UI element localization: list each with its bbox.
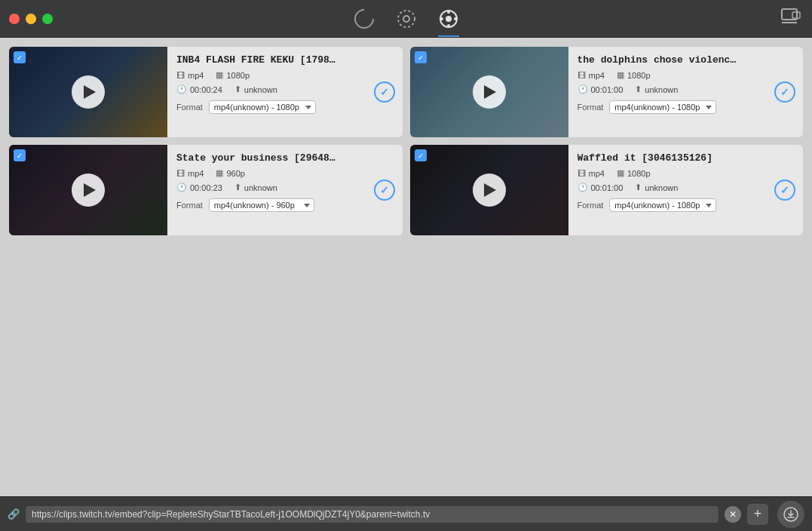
meta-format: 🎞 mp4	[176, 71, 204, 80]
meta-format: 🎞 mp4	[578, 169, 605, 178]
meta-row-time: 🕐 00:01:00 ⬆ unknown	[578, 84, 795, 94]
content-area: ✓ INB4 FLASH FIRE KEKU [1798… 🎞 mp4 ▦ 10…	[0, 38, 812, 496]
film-icon: 🎞	[578, 71, 586, 80]
svg-point-7	[454, 17, 457, 20]
play-button[interactable]	[72, 173, 105, 207]
meta-resolution: ▦ 1080p	[617, 70, 651, 80]
video-checkbox[interactable]: ✓	[415, 51, 427, 63]
minimize-button[interactable]	[26, 14, 36, 24]
video-card: ✓ Waffled it [3046135126] 🎞 mp4 ▦ 1080p …	[410, 145, 804, 235]
add-url-button[interactable]: +	[747, 504, 768, 525]
clock-icon: 🕐	[176, 183, 187, 192]
resolution-icon: ▦	[216, 70, 223, 80]
format-row: Format mp4(unknown) - 1080p	[176, 100, 394, 114]
meta-resolution: ▦ 1080p	[216, 70, 250, 80]
format-row: Format mp4(unknown) - 1080p	[578, 198, 795, 212]
clock-icon: 🕐	[176, 84, 187, 94]
meta-uploader: ⬆ unknown	[635, 84, 678, 94]
resolution-icon: ▦	[617, 168, 624, 178]
thumbnail[interactable]: ✓	[9, 47, 167, 137]
format-select[interactable]: mp4(unknown) - 1080p	[609, 198, 716, 212]
titlebar-icons	[352, 7, 461, 31]
film-icon: 🎞	[176, 71, 185, 80]
bottombar: 🔗 ✕ +	[0, 496, 812, 531]
settings-icon[interactable]	[394, 7, 418, 31]
meta-format: 🎞 mp4	[578, 71, 605, 80]
film-icon: 🎞	[578, 169, 586, 178]
traffic-lights	[9, 14, 53, 24]
format-label: Format	[176, 201, 203, 210]
meta-duration: 🕐 00:01:00	[578, 183, 624, 192]
format-select[interactable]: mp4(unknown) - 1080p	[209, 100, 316, 114]
meta-row-format: 🎞 mp4 ▦ 1080p	[176, 70, 394, 80]
svg-point-3	[446, 16, 452, 22]
upload-icon: ⬆	[635, 183, 642, 192]
meta-row-time: 🕐 00:01:00 ⬆ unknown	[578, 183, 795, 192]
format-label: Format	[578, 103, 604, 112]
play-button[interactable]	[473, 173, 506, 207]
meta-row-format: 🎞 mp4 ▦ 1080p	[578, 70, 795, 80]
format-row: Format mp4(unknown) - 1080p	[578, 100, 795, 114]
video-info: State your business [29648… 🎞 mp4 ▦ 960p…	[167, 145, 403, 235]
video-card: ✓ the dolphins chose violenc… 🎞 mp4 ▦ 10…	[410, 47, 804, 137]
meta-resolution: ▦ 1080p	[617, 168, 651, 178]
clock-icon: 🕐	[578, 84, 588, 94]
video-checkbox[interactable]: ✓	[14, 149, 26, 161]
play-button[interactable]	[72, 75, 105, 109]
meta-uploader: ⬆ unknown	[635, 183, 678, 192]
video-title: the dolphins chose violenc…	[578, 54, 751, 66]
close-button[interactable]	[9, 14, 20, 24]
resolution-icon: ▦	[617, 70, 624, 80]
clear-url-button[interactable]: ✕	[725, 506, 741, 523]
video-info: INB4 FLASH FIRE KEKU [1798… 🎞 mp4 ▦ 1080…	[167, 47, 403, 137]
meta-duration: 🕐 00:00:24	[176, 84, 222, 94]
video-card: ✓ State your business [29648… 🎞 mp4 ▦ 96…	[9, 145, 403, 235]
svg-point-1	[398, 11, 415, 27]
upload-icon: ⬆	[234, 183, 241, 192]
meta-row-format: 🎞 mp4 ▦ 960p	[176, 168, 394, 178]
maximize-button[interactable]	[42, 14, 53, 24]
check-circle-icon[interactable]: ✓	[774, 180, 795, 201]
video-checkbox[interactable]: ✓	[415, 149, 427, 161]
video-title: State your business [29648…	[176, 152, 350, 164]
svg-point-5	[447, 24, 450, 27]
thumbnail[interactable]: ✓	[9, 145, 167, 235]
svg-point-4	[447, 11, 450, 14]
clock-icon: 🕐	[578, 183, 588, 192]
svg-point-6	[440, 17, 443, 20]
format-label: Format	[176, 103, 203, 112]
meta-format: 🎞 mp4	[176, 169, 204, 178]
check-circle-icon[interactable]: ✓	[374, 81, 395, 103]
film-icon: 🎞	[176, 169, 185, 178]
upload-icon: ⬆	[234, 84, 241, 94]
meta-row-time: 🕐 00:00:23 ⬆ unknown	[176, 183, 394, 192]
corner-icon[interactable]	[780, 6, 801, 31]
video-info: Waffled it [3046135126] 🎞 mp4 ▦ 1080p 🕐 …	[568, 145, 804, 235]
clips-icon[interactable]	[437, 7, 461, 31]
video-title: Waffled it [3046135126]	[578, 152, 751, 164]
resolution-icon: ▦	[216, 168, 223, 178]
video-info: the dolphins chose violenc… 🎞 mp4 ▦ 1080…	[568, 47, 804, 137]
meta-uploader: ⬆ unknown	[234, 84, 277, 94]
format-row: Format mp4(unknown) - 960p	[176, 198, 394, 212]
format-select[interactable]: mp4(unknown) - 1080p	[609, 100, 716, 114]
play-button[interactable]	[473, 75, 506, 109]
download-button[interactable]	[777, 501, 804, 528]
thumbnail[interactable]: ✓	[410, 145, 568, 235]
format-select[interactable]: mp4(unknown) - 960p	[209, 198, 314, 212]
meta-row-format: 🎞 mp4 ▦ 1080p	[578, 168, 795, 178]
meta-duration: 🕐 00:01:00	[578, 84, 624, 94]
thumbnail[interactable]: ✓	[410, 47, 568, 137]
svg-point-0	[403, 16, 409, 22]
format-label: Format	[578, 201, 604, 210]
meta-resolution: ▦ 960p	[216, 168, 244, 178]
video-card: ✓ INB4 FLASH FIRE KEKU [1798… 🎞 mp4 ▦ 10…	[9, 47, 403, 137]
video-checkbox[interactable]: ✓	[14, 51, 26, 63]
meta-row-time: 🕐 00:00:24 ⬆ unknown	[176, 84, 394, 94]
check-circle-icon[interactable]: ✓	[774, 81, 795, 103]
refresh-icon[interactable]	[352, 7, 376, 31]
video-title: INB4 FLASH FIRE KEKU [1798…	[176, 54, 350, 66]
url-input[interactable]	[26, 506, 719, 523]
meta-uploader: ⬆ unknown	[234, 183, 277, 192]
check-circle-icon[interactable]: ✓	[374, 180, 395, 201]
